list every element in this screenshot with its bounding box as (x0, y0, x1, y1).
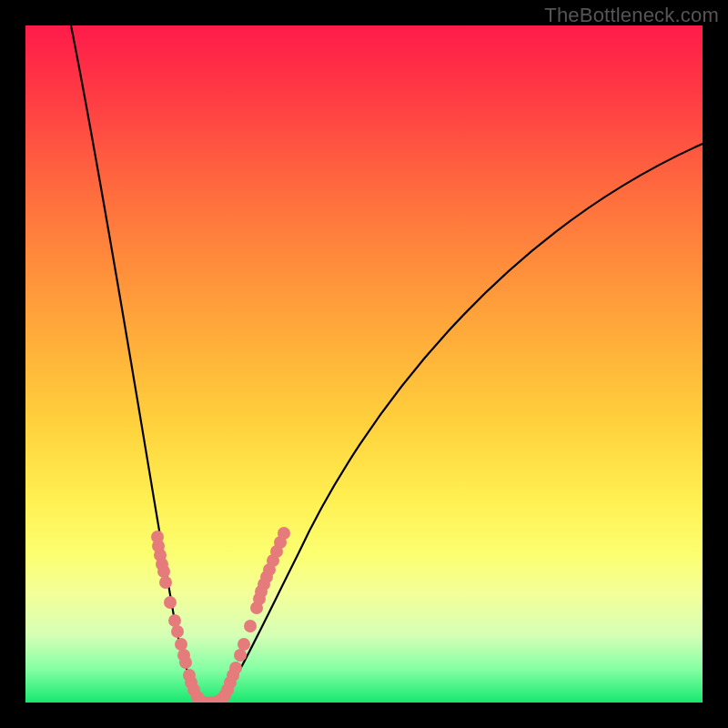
right-curve (217, 144, 703, 703)
left-curve (71, 25, 207, 703)
dots-group (151, 527, 290, 703)
dot (278, 527, 290, 540)
dot (157, 565, 170, 578)
dot (234, 649, 247, 662)
dot (159, 576, 172, 589)
watermark-text: TheBottleneck.com (544, 4, 719, 27)
dot (244, 620, 257, 632)
dot (179, 656, 192, 669)
dot (171, 625, 184, 638)
dot (164, 596, 177, 609)
chart-svg (25, 25, 703, 703)
dot (229, 662, 242, 674)
dot (175, 638, 187, 651)
chart-plot-area (25, 25, 703, 703)
dot (238, 638, 250, 651)
dot (168, 614, 181, 627)
